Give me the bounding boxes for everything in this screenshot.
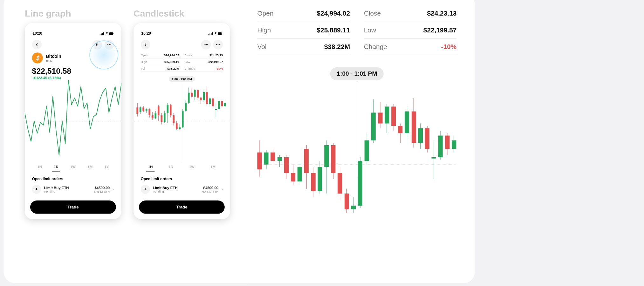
svg-rect-6 <box>96 44 97 46</box>
candle <box>324 94 329 215</box>
chevron-left-icon <box>144 43 147 46</box>
candle <box>173 86 175 131</box>
svg-rect-2 <box>102 33 103 35</box>
svg-point-12 <box>107 44 108 45</box>
candle <box>200 86 202 131</box>
order-title: Limit Buy ETH <box>153 186 199 190</box>
candle <box>179 86 181 131</box>
chevron-right-icon: › <box>222 187 223 192</box>
more-horizontal-icon <box>107 44 111 45</box>
svg-rect-4 <box>109 32 113 35</box>
candle <box>378 94 382 215</box>
candle <box>146 86 147 131</box>
line-chart[interactable] <box>25 80 121 162</box>
stat-value-open: $24,994.02 <box>317 10 350 17</box>
svg-point-22 <box>218 44 218 45</box>
stat-value-change: -10% <box>441 43 457 51</box>
chevron-right-icon: › <box>113 187 114 192</box>
trade-button[interactable]: Trade <box>139 201 225 214</box>
candle <box>185 86 187 131</box>
svg-point-23 <box>219 44 220 45</box>
timeframe-tab-1m[interactable]: 1M <box>86 163 94 172</box>
timeframe-tab-1m[interactable]: 1M <box>209 163 217 172</box>
order-title: Limit Buy ETH <box>44 186 91 190</box>
back-button[interactable] <box>32 40 42 49</box>
order-row[interactable]: + Limit Buy ETH Pending $4500.00 6.4532 … <box>25 184 121 195</box>
stat-label-open: Open <box>257 10 273 17</box>
candle <box>158 86 160 131</box>
coin-price: $22,510.58 <box>32 66 114 76</box>
candle <box>398 94 402 215</box>
candle <box>298 94 302 215</box>
stat-value-vol: $38.22M <box>324 43 350 51</box>
svg-rect-9 <box>98 44 98 45</box>
bitcoin-icon: ₿ <box>32 52 43 63</box>
candle <box>215 86 217 131</box>
candle <box>351 94 356 215</box>
order-row[interactable]: + Limit Buy ETH Pending $4500.00 6.4532 … <box>134 184 230 195</box>
order-qty: 6.4532 ETH <box>93 190 110 193</box>
timeframe-tab-1h[interactable]: 1H <box>146 163 154 172</box>
candle <box>264 94 268 215</box>
trade-button[interactable]: Trade <box>30 201 116 214</box>
svg-rect-17 <box>211 33 211 35</box>
candle <box>191 86 193 131</box>
orders-heading: Open limit orders <box>134 172 230 183</box>
chart-type-line-button[interactable] <box>201 40 211 49</box>
svg-rect-15 <box>209 34 209 35</box>
candle <box>418 94 423 215</box>
chart-type-candlestick-button[interactable] <box>92 40 102 49</box>
timeframe-tab-1d[interactable]: 1D <box>52 163 60 172</box>
candle <box>331 94 335 215</box>
stat-value: $38.22M <box>167 67 179 70</box>
candle <box>154 86 156 131</box>
svg-rect-3 <box>103 32 104 35</box>
svg-point-13 <box>109 44 110 45</box>
time-tooltip: 1:00 - 1:01 PM <box>169 76 195 82</box>
candlestick-chart-small[interactable]: 1:00 - 1:01 PM <box>134 80 230 162</box>
candlestick-chart-large[interactable]: 1:00 - 1:01 PM <box>257 67 456 224</box>
status-icons <box>100 31 114 36</box>
timeframe-tab-1h[interactable]: 1H <box>36 163 44 172</box>
timeframe-tab-1y[interactable]: 1Y <box>103 163 111 172</box>
more-menu-button[interactable] <box>213 40 223 49</box>
svg-rect-5 <box>113 33 113 34</box>
order-amount: $4500.00 <box>202 186 218 190</box>
timeframe-tab-1d[interactable]: 1D <box>167 163 175 172</box>
candle <box>142 86 144 131</box>
detail-panel: Open$24,994.02 High$25,889.11 Vol$38.22M… <box>248 0 475 283</box>
phone-mockup-candle: 10:20 <box>134 23 230 219</box>
order-status: Pending <box>44 190 91 193</box>
candle <box>188 86 190 131</box>
status-time: 10:20 <box>141 31 151 36</box>
more-horizontal-icon <box>216 44 220 45</box>
stat-value-negative: -10% <box>216 67 223 70</box>
timeframe-tab-1w[interactable]: 1W <box>187 163 196 172</box>
candle <box>411 94 416 215</box>
candle <box>284 94 289 215</box>
plus-icon: + <box>141 185 150 194</box>
candle <box>152 86 154 131</box>
svg-point-14 <box>110 44 111 45</box>
candle <box>257 94 262 215</box>
stat-label: High <box>141 60 147 63</box>
more-menu-button[interactable] <box>105 40 114 49</box>
coin-name: Bitcoin <box>46 54 61 59</box>
stat-value: $22,199.57 <box>208 60 223 63</box>
candlestick-icon <box>95 43 99 46</box>
candle <box>291 94 295 215</box>
candle <box>140 86 141 131</box>
order-status: Pending <box>153 190 199 193</box>
svg-rect-16 <box>209 33 210 35</box>
candle <box>176 86 178 131</box>
candle <box>365 94 369 215</box>
candle <box>438 94 443 215</box>
svg-rect-19 <box>218 32 222 35</box>
stat-value-close: $24,23.13 <box>427 10 456 17</box>
candle <box>182 86 184 131</box>
back-button[interactable] <box>141 40 150 49</box>
timeframe-tab-1w[interactable]: 1W <box>68 163 78 172</box>
candle <box>209 86 211 131</box>
stat-label: Low <box>184 60 190 63</box>
candle <box>167 86 168 131</box>
